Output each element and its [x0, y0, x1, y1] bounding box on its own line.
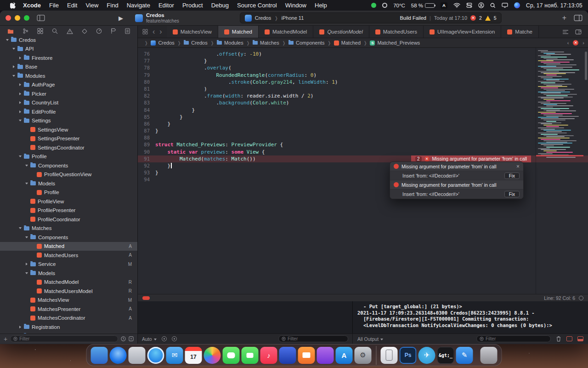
code-line[interactable]: 78 .overlay(: [138, 64, 588, 71]
code-line[interactable]: 84 }: [138, 107, 588, 114]
dock-icon[interactable]: [147, 347, 164, 364]
code-line[interactable]: 90 static var previews: some View {: [138, 149, 588, 155]
debug-navigator-icon[interactable]: [96, 28, 102, 34]
sidebar-item[interactable]: Registration: [0, 322, 137, 332]
symbol-navigator-icon[interactable]: [37, 28, 43, 34]
dock-icon[interactable]: ⚙: [355, 347, 372, 364]
sidebar-item[interactable]: Settings: [0, 116, 137, 126]
code-line[interactable]: 80 .stroke(Color.gray214, lineWidth: 1): [138, 79, 588, 86]
sidebar-item[interactable]: Credos: [0, 35, 137, 45]
editor-tab[interactable]: QuestionModel: [313, 26, 369, 38]
sidebar-item[interactable]: Components: [0, 233, 137, 242]
source-control-filter-icon[interactable]: [129, 336, 134, 341]
disclosure-icon[interactable]: [11, 65, 17, 68]
disclosure-icon[interactable]: [11, 75, 17, 77]
minimap[interactable]: [536, 48, 583, 294]
dock-icon[interactable]: Ps: [400, 347, 417, 364]
code-line[interactable]: 76 .offset(y: -10): [138, 51, 588, 58]
code-line[interactable]: 79 RoundedRectangle(cornerRadius: 0): [138, 72, 588, 79]
run-button[interactable]: ▶: [119, 15, 123, 22]
console-filter-field[interactable]: [476, 335, 551, 342]
variables-pane-toggle-icon[interactable]: [566, 336, 572, 341]
screen-recording-icon[interactable]: [371, 3, 376, 8]
sidebar-item[interactable]: SettingsView: [0, 125, 137, 134]
line-number[interactable]: 92: [138, 162, 155, 169]
disclosure-icon[interactable]: [24, 236, 29, 238]
source-editor[interactable]: 76 .offset(y: -10)77 }78 .overlay(79 Rou…: [138, 48, 588, 294]
code-line[interactable]: 86 }: [138, 121, 588, 127]
show-all-tabs-icon[interactable]: [142, 29, 148, 34]
menu-item[interactable]: Xcode: [19, 2, 45, 9]
sidebar-item[interactable]: MatchesPresenter A: [0, 305, 137, 314]
debug-info-icon[interactable]: [172, 336, 177, 341]
dock-icon[interactable]: [204, 347, 221, 364]
sidebar-item[interactable]: Base: [0, 63, 137, 72]
code-coverage-icon[interactable]: [579, 296, 583, 300]
activity-view[interactable]: Credos ❭ iPhone 11 Build Failed | Today …: [240, 12, 502, 23]
sidebar-item[interactable]: CountryList: [0, 98, 137, 108]
dock-icon[interactable]: &gt;_: [437, 347, 454, 364]
sidebar-item[interactable]: Profile: [0, 188, 137, 197]
issue-row[interactable]: Insert 'from: <#Decoder#>' Fix: [390, 190, 523, 199]
minimize-window-button[interactable]: [15, 15, 20, 21]
editor-tab[interactable]: Matched: [218, 26, 259, 38]
input-source-icon[interactable]: A: [441, 2, 447, 9]
user-account-icon[interactable]: [478, 2, 484, 8]
issue-indicator-icon[interactable]: ✕: [573, 40, 578, 46]
breakpoint-navigator-icon[interactable]: [111, 28, 116, 34]
spotlight-icon[interactable]: [490, 3, 496, 8]
breadcrumb[interactable]: ❭ Credos: [141, 40, 175, 46]
console-output-mode[interactable]: All Output: [357, 336, 383, 342]
editor-tab[interactable]: UIImageView+Extension: [424, 26, 501, 38]
line-number[interactable]: 87: [138, 127, 155, 134]
source-control-navigator-icon[interactable]: [23, 28, 28, 34]
run-destination[interactable]: iPhone 11: [282, 15, 304, 21]
disclosure-icon[interactable]: [17, 92, 23, 95]
sidebar-item[interactable]: Components: [0, 161, 137, 170]
editor-scrollbar[interactable]: [585, 52, 587, 80]
editor-tab[interactable]: MatchesView: [167, 26, 218, 38]
line-number[interactable]: 91: [138, 155, 155, 162]
issue-row[interactable]: Missing argument for parameter 'from' in…: [390, 180, 523, 190]
add-editor-icon[interactable]: [575, 29, 582, 34]
line-number[interactable]: 89: [138, 141, 155, 148]
go-back-icon[interactable]: ‹: [153, 28, 155, 36]
variables-view[interactable]: [138, 301, 353, 334]
report-navigator-icon[interactable]: [125, 28, 130, 34]
sidebar-item[interactable]: Picker: [0, 89, 137, 98]
dock-icon[interactable]: 17: [185, 347, 202, 364]
sidebar-item[interactable]: ProfileView: [0, 197, 137, 206]
line-number[interactable]: 80: [138, 79, 155, 86]
dock-icon[interactable]: [129, 347, 146, 364]
camera-status-icon[interactable]: [382, 3, 387, 8]
disclosure-icon[interactable]: [24, 272, 29, 274]
line-number[interactable]: 93: [138, 169, 155, 176]
issue-row[interactable]: Insert 'from: <#Decoder#>' Fix: [390, 171, 523, 180]
code-line[interactable]: 88: [138, 134, 588, 141]
wifi-icon[interactable]: [453, 3, 460, 8]
adjust-editor-options-icon[interactable]: [562, 29, 569, 34]
sidebar-item[interactable]: ProfileQuestionView: [0, 170, 137, 179]
displays-icon[interactable]: [502, 3, 508, 8]
navigator-filter-field[interactable]: [10, 335, 118, 342]
editor-tab[interactable]: MatchedUsers: [369, 26, 424, 38]
dock-icon[interactable]: ♪: [260, 347, 277, 364]
disclosure-icon[interactable]: [24, 183, 29, 184]
line-number[interactable]: 83: [138, 99, 155, 106]
recent-files-filter-icon[interactable]: [121, 336, 126, 341]
previous-issue-icon[interactable]: ‹: [567, 40, 569, 46]
disclosure-icon[interactable]: [17, 155, 23, 157]
line-number[interactable]: 85: [138, 114, 155, 121]
line-number[interactable]: 88: [138, 134, 155, 141]
menu-item[interactable]: Debug: [207, 2, 233, 9]
sidebar-item[interactable]: Models: [0, 269, 137, 278]
find-navigator-icon[interactable]: [52, 28, 58, 34]
line-number[interactable]: 76: [138, 51, 155, 58]
breakpoints-toggle-icon[interactable]: [162, 336, 167, 341]
warning-count-icon[interactable]: [485, 16, 491, 21]
library-add-button[interactable]: +: [562, 14, 566, 22]
sidebar-item[interactable]: MatchesView M: [0, 296, 137, 305]
breadcrumb[interactable]: ❭ Credos: [175, 40, 208, 46]
breadcrumb[interactable]: ❭ Components: [279, 40, 325, 46]
sidebar-item[interactable]: Firestore: [0, 53, 137, 63]
